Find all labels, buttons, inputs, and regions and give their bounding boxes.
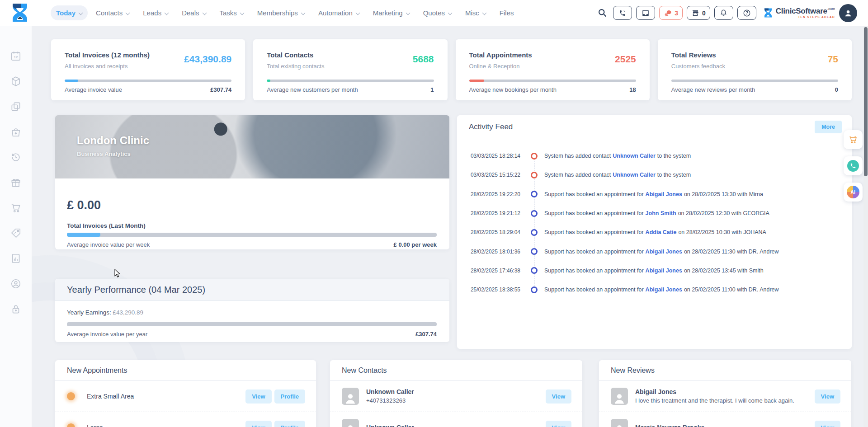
appointment-row: Extra Small Area View Profile xyxy=(55,381,316,412)
chat-button[interactable]: 3 xyxy=(659,6,683,20)
profile-button[interactable]: Profile xyxy=(274,421,305,427)
reviewer-avatar xyxy=(611,388,628,405)
yearly-progress-track xyxy=(67,322,437,326)
basket-icon[interactable] xyxy=(9,125,23,139)
view-button[interactable]: View xyxy=(815,389,840,404)
stat-title: Total Reviews xyxy=(671,51,725,59)
notifications-button[interactable] xyxy=(714,6,733,20)
inbox-button[interactable] xyxy=(636,6,655,20)
timeline-marker-icon xyxy=(531,153,538,160)
nav-item[interactable]: Deals xyxy=(176,5,211,20)
main-nav: Today Contacts Leads Deals Tasks Members… xyxy=(51,0,519,26)
package-icon[interactable] xyxy=(9,75,23,88)
stat-value: 5688 xyxy=(413,54,434,65)
user-avatar[interactable] xyxy=(839,4,857,22)
mouse-cursor xyxy=(114,269,121,278)
nav-item[interactable]: Misc xyxy=(460,5,491,20)
help-button[interactable] xyxy=(737,6,756,20)
activity-contact-link[interactable]: Abigail Jones xyxy=(646,191,682,197)
view-button[interactable]: View xyxy=(546,389,571,404)
activity-text-post: on 28/02/2025 10:30 with JOHANA xyxy=(678,229,766,235)
activity-entry: 28/02/2025 19:21:12 Support has booked a… xyxy=(457,204,852,223)
yearly-avg-value: £307.74 xyxy=(415,331,437,338)
appointment-status-dot-icon xyxy=(67,392,75,400)
gift-icon[interactable] xyxy=(9,176,23,189)
activity-text-post: on 28/02/2025 12:30 with GEORGIA xyxy=(678,210,769,216)
lock-icon[interactable] xyxy=(9,302,23,316)
reviewer-name: Abigail Jones xyxy=(635,387,794,396)
nav-item[interactable]: Marketing xyxy=(368,5,415,20)
stat-subtitle: Customers feedback xyxy=(671,63,725,70)
app-logo-hourglass-icon[interactable] xyxy=(10,3,30,23)
tag-icon[interactable] xyxy=(9,226,23,240)
activity-contact-link[interactable]: Abigail Jones xyxy=(646,249,682,255)
nav-item-label: Memberships xyxy=(257,9,298,17)
history-icon[interactable] xyxy=(9,150,23,164)
last-month-amount: £ 0.00 xyxy=(67,198,437,212)
activity-text: System has added contactUnknown Callerto… xyxy=(544,172,691,178)
calendar-icon[interactable]: 12 xyxy=(9,49,23,63)
view-button[interactable]: View xyxy=(815,421,840,427)
activity-contact-link[interactable]: Abigail Jones xyxy=(646,267,682,274)
chevron-down-icon xyxy=(165,11,168,15)
activity-text-pre: Support has booked an appointment for xyxy=(544,286,644,293)
appointment-row: Large View Profile xyxy=(55,412,316,427)
calls-button[interactable] xyxy=(613,6,632,20)
cart-icon[interactable] xyxy=(9,201,23,215)
stat-foot-value: £307.74 xyxy=(210,86,231,93)
floating-call-button[interactable] xyxy=(844,156,863,175)
nav-item[interactable]: Leads xyxy=(137,5,174,20)
nav-item[interactable]: Contacts xyxy=(90,5,135,20)
stat-progress-track xyxy=(65,80,231,82)
activity-contact-link[interactable]: Unknown Caller xyxy=(613,172,655,178)
floating-ai-button[interactable]: AI xyxy=(844,183,863,202)
activity-entry: 28/02/2025 19:22:20 Support has booked a… xyxy=(457,185,852,204)
activity-contact-link[interactable]: Unknown Caller xyxy=(613,153,655,159)
store-button[interactable]: 0 xyxy=(687,6,710,20)
activity-contact-link[interactable]: Addia Catie xyxy=(646,229,677,235)
activity-text-post: to the system xyxy=(657,172,691,178)
nav-item[interactable]: Automation xyxy=(313,5,365,20)
view-button[interactable]: View xyxy=(245,421,271,427)
header-actions: 3 0 ClinicSoftware.com xyxy=(596,0,857,26)
store-count-badge: 0 xyxy=(702,9,706,17)
activity-text-pre: Support has booked an appointment for xyxy=(544,210,644,216)
nav-item[interactable]: Tasks xyxy=(214,5,249,20)
chevron-down-icon xyxy=(301,11,305,15)
nav-item[interactable]: Quotes xyxy=(418,5,457,20)
activity-contact-link[interactable]: John Smith xyxy=(646,210,676,216)
brand-name: ClinicSoftware xyxy=(776,7,827,15)
view-button[interactable]: View xyxy=(546,421,571,427)
clinic-banner-image: London Clinic Business Analytics xyxy=(55,115,449,178)
reviewer-name: Marcia Navarro Brooks xyxy=(635,423,704,427)
report-icon[interactable] xyxy=(9,252,23,265)
stat-value: 2525 xyxy=(615,54,636,65)
profile-button[interactable]: Profile xyxy=(274,389,305,404)
activity-text: Support has booked an appointment forAbi… xyxy=(544,191,763,197)
chat-count-badge: 3 xyxy=(675,9,678,17)
nav-item[interactable]: Today xyxy=(51,5,88,20)
search-button[interactable] xyxy=(596,8,609,18)
stat-progress-fill xyxy=(65,80,78,82)
nav-item[interactable]: Memberships xyxy=(252,5,310,20)
activity-more-button[interactable]: More xyxy=(815,121,842,133)
stats-row: Total Invoices (12 months) All invoices … xyxy=(51,39,852,100)
account-icon[interactable] xyxy=(9,277,23,291)
stat-foot-value: 18 xyxy=(629,86,636,93)
copy-icon[interactable] xyxy=(9,100,23,113)
page-scrollbar xyxy=(863,26,868,427)
activity-text: Support has booked an appointment forAdd… xyxy=(544,229,766,235)
activity-entry: 25/02/2025 18:38:55 Support has booked a… xyxy=(457,280,852,299)
scrollbar-thumb[interactable] xyxy=(864,27,868,176)
activity-text-post: on 28/02/2025 11:30 with DR. Andrew xyxy=(684,249,779,255)
nav-item[interactable]: Files xyxy=(494,5,519,20)
floating-cart-button[interactable] xyxy=(844,130,863,149)
view-button[interactable]: View xyxy=(245,389,271,404)
brand-tagline: TEN STEPS AHEAD xyxy=(776,16,835,19)
clinicsoftware-brand: ClinicSoftware.com TEN STEPS AHEAD xyxy=(763,7,835,19)
timeline-marker-icon xyxy=(531,210,538,217)
activity-contact-link[interactable]: Abigail Jones xyxy=(646,286,682,293)
appointment-status-dot-icon xyxy=(67,423,75,427)
yearly-performance-title: Yearly Performance (04 Mar 2025) xyxy=(55,279,449,301)
reviews-list: Abigail Jones I love this treatment and … xyxy=(599,381,851,427)
